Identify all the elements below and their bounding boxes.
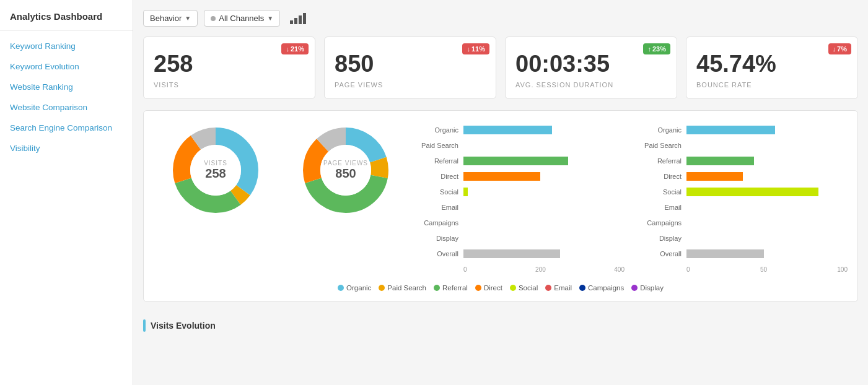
- bar-chart-visits-rows: Organic Paid Search Referral Direct Soci…: [414, 121, 625, 265]
- sidebar-item-website-ranking[interactable]: Website Ranking: [0, 77, 133, 97]
- donut-visits: VISITS 258: [154, 121, 278, 220]
- bar-label: Paid Search: [637, 142, 686, 149]
- bar-track: [463, 203, 625, 212]
- bar-fill: [463, 172, 540, 181]
- sidebar-nav: Keyword Ranking Keyword Evolution Websit…: [0, 31, 133, 163]
- legend-dot: [338, 285, 344, 291]
- two-bar-charts: Organic Paid Search Referral Direct Soci…: [414, 121, 848, 273]
- sidebar-item-website-comparison[interactable]: Website Comparison: [0, 97, 133, 118]
- bar-label: Organic: [414, 126, 463, 134]
- bar-track: [463, 126, 625, 134]
- bar-row: Email: [637, 201, 848, 214]
- bar-track: [463, 141, 625, 150]
- bar-fill: [463, 249, 560, 258]
- sidebar-title: Analytics Dashboard: [0, 0, 133, 31]
- bar-label: Email: [414, 204, 463, 211]
- sidebar-item-keyword-ranking[interactable]: Keyword Ranking: [0, 36, 133, 56]
- bar-track: [686, 172, 848, 181]
- bar2: [294, 18, 297, 24]
- bar-label: Overall: [414, 250, 463, 257]
- legend-item: Referral: [434, 284, 468, 292]
- bar-chart-visits: Organic Paid Search Referral Direct Soci…: [414, 121, 625, 273]
- bar-row: Overall: [637, 247, 848, 261]
- visits-badge-value: 21%: [291, 45, 304, 53]
- bar-row: Direct: [637, 170, 848, 183]
- bar-track: [463, 234, 625, 243]
- bar-row: Social: [637, 185, 848, 199]
- legend-dot: [379, 285, 385, 291]
- channels-dropdown[interactable]: All Channels ▼: [204, 10, 280, 27]
- visits-axis: 0 200 400: [463, 265, 625, 273]
- behavior-dropdown[interactable]: Behavior ▼: [143, 10, 198, 27]
- bar-fill: [686, 249, 764, 258]
- bar-row: Organic: [414, 123, 625, 137]
- bar-track: [463, 249, 625, 258]
- legend-dot: [631, 285, 638, 291]
- pageviews-badge: ↓11%: [462, 43, 489, 54]
- bar-row: Referral: [414, 154, 625, 168]
- channels-caret: ▼: [267, 15, 273, 22]
- legend-dot: [579, 285, 585, 291]
- bar-label: Direct: [637, 173, 686, 180]
- channel-dot-icon: [211, 16, 216, 21]
- donut-pageviews-svg: PAGE VIEWS 850: [296, 121, 395, 220]
- bar-row: Email: [414, 201, 625, 214]
- pageviews-label: PAGE VIEWS: [335, 81, 486, 89]
- session-badge: ↑23%: [643, 43, 670, 54]
- bar-track: [463, 218, 625, 227]
- legend-item: Display: [631, 284, 664, 292]
- legend-item: Direct: [475, 284, 502, 292]
- bar-row: Paid Search: [414, 139, 625, 152]
- bar-track: [686, 203, 848, 212]
- bar-label: Campaigns: [637, 219, 686, 227]
- legend-dot: [434, 285, 440, 291]
- legend-label: Direct: [484, 284, 502, 292]
- bar-track: [463, 172, 625, 181]
- session-label: AVG. SESSION DURATION: [515, 81, 667, 89]
- session-badge-value: 23%: [652, 45, 666, 53]
- bar-track: [686, 157, 848, 165]
- bounce-label: BOUNCE RATE: [696, 81, 848, 89]
- sidebar-item-visibility[interactable]: Visibility: [0, 138, 133, 158]
- donut-pageviews-label: PAGE VIEWS 850: [323, 160, 368, 181]
- bar-row: Paid Search: [637, 139, 848, 152]
- bar-fill: [686, 172, 743, 181]
- bar-chart-bounce-rows: Organic Paid Search Referral Direct Soci…: [637, 121, 848, 265]
- bar-label: Overall: [637, 250, 686, 257]
- bar-row: Referral: [637, 154, 848, 168]
- bar-label: Paid Search: [414, 142, 463, 149]
- legend-label: Social: [519, 284, 538, 292]
- bar1: [290, 20, 293, 24]
- pageviews-value: 850: [335, 51, 486, 77]
- bounce-badge-value: 7%: [837, 45, 847, 53]
- bar-label: Email: [637, 204, 686, 211]
- bar-fill: [463, 157, 568, 165]
- bar-row: Campaigns: [414, 216, 625, 230]
- legend-item: Email: [545, 284, 572, 292]
- legend-dot: [475, 285, 481, 291]
- bar-fill: [686, 126, 775, 134]
- legend-dot: [545, 285, 551, 291]
- donut-pageviews: PAGE VIEWS 850: [284, 121, 408, 220]
- chart-icon: [290, 13, 306, 24]
- section-accent: [143, 319, 146, 332]
- legend-label: Display: [640, 284, 664, 292]
- bar-row: Organic: [637, 123, 848, 137]
- main-content: Behavior ▼ All Channels ▼ ↓21% 258 VISIT…: [133, 0, 868, 385]
- donut-visits-svg: VISITS 258: [166, 121, 265, 220]
- sidebar-item-keyword-evolution[interactable]: Keyword Evolution: [0, 56, 133, 77]
- legend-item: Social: [510, 284, 538, 292]
- bar-track: [686, 234, 848, 243]
- sidebar-item-search-engine-comparison[interactable]: Search Engine Comparison: [0, 118, 133, 138]
- pageviews-badge-value: 11%: [471, 45, 485, 53]
- bar-row: Display: [637, 231, 848, 245]
- visits-badge: ↓21%: [281, 43, 309, 54]
- legend-item: Organic: [338, 284, 371, 292]
- legend-label: Email: [554, 284, 572, 292]
- bar-chart-bounce: Organic Paid Search Referral Direct Soci…: [637, 121, 848, 273]
- visits-value: 258: [154, 51, 305, 77]
- visits-label: VISITS: [154, 81, 305, 89]
- bar-fill: [686, 188, 818, 196]
- sidebar: Analytics Dashboard Keyword Ranking Keyw…: [0, 0, 133, 385]
- kpi-row: ↓21% 258 VISITS ↓11% 850 PAGE VIEWS ↑23%…: [143, 37, 858, 99]
